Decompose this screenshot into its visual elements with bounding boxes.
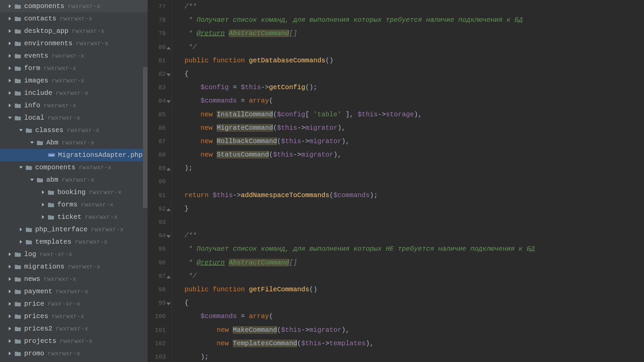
code-line[interactable]: new InstallCommand($config[ 'table' ], $… <box>184 108 644 121</box>
chevron-right-icon[interactable] <box>7 351 12 356</box>
chevron-right-icon[interactable] <box>7 289 12 294</box>
code-line[interactable]: { <box>184 67 644 81</box>
chevron-right-icon[interactable] <box>7 264 12 269</box>
code-line[interactable]: $config = $this->getConfig(); <box>184 81 644 94</box>
code-area[interactable]: /** * Получает список команд, для выполн… <box>172 0 644 362</box>
code-editor[interactable]: 7778798081828384858687888990919293949596… <box>148 0 644 362</box>
code-line[interactable]: * Получает список команд, для выполнения… <box>184 242 644 256</box>
chevron-down-icon[interactable] <box>18 128 23 133</box>
code-line[interactable]: $commands = array( <box>184 310 644 323</box>
tree-folder[interactable]: abmrwxrwxr-x <box>0 174 148 186</box>
tree-folder[interactable]: prices2rwxrwxr-x <box>0 322 148 335</box>
code-line[interactable]: /** <box>184 0 644 13</box>
fold-open-icon[interactable] <box>166 301 171 305</box>
tree-folder[interactable]: pricerwxr-xr-x <box>0 298 148 310</box>
tree-folder[interactable]: includerwxrwxr-x <box>0 87 148 99</box>
code-line[interactable]: return $this->addNamespaceToCommands($co… <box>184 189 644 202</box>
chevron-down-icon[interactable] <box>30 178 34 182</box>
code-line[interactable]: /** <box>184 229 644 242</box>
tree-folder[interactable]: componentsrwxrwxr-x <box>0 161 148 174</box>
tree-folder[interactable]: bookingrwxrwxr-x <box>0 186 148 198</box>
tree-folder[interactable]: inforwxrwxr-x <box>0 99 148 112</box>
code-line[interactable]: { <box>184 296 644 310</box>
code-line[interactable]: new MakeCommand($this->migrator), <box>184 323 644 337</box>
tree-folder[interactable]: formsrwxrwxr-x <box>0 198 148 211</box>
tree-folder[interactable]: paymentrwxrwxr-x <box>0 285 148 298</box>
code-line[interactable]: ); <box>184 162 644 175</box>
code-line[interactable]: new StatusCommand($this->migrator), <box>184 148 644 162</box>
chevron-right-icon[interactable] <box>7 41 12 46</box>
fold-open-icon[interactable] <box>166 72 171 76</box>
code-line[interactable]: new RollbackCommand($this->migrator), <box>184 135 644 148</box>
line-number: 83 <box>148 81 166 94</box>
chevron-right-icon[interactable] <box>7 66 12 71</box>
code-line[interactable]: $commands = array( <box>184 94 644 108</box>
tree-folder[interactable]: imagesrwxrwxr-x <box>0 74 148 87</box>
fold-close-icon[interactable] <box>166 274 171 279</box>
tree-folder[interactable]: projectsrwxrwxr-x <box>0 335 148 347</box>
code-line[interactable]: * Получает список команд, для выполнения… <box>184 13 644 27</box>
tree-folder[interactable]: formrwxrwxr-x <box>0 62 148 74</box>
chevron-right-icon[interactable] <box>7 54 12 58</box>
chevron-right-icon[interactable] <box>7 4 12 9</box>
code-line[interactable]: new TemplatesCommand($this->templates), <box>184 337 644 350</box>
chevron-right-icon[interactable] <box>41 190 45 195</box>
tree-folder[interactable]: logrwxr-xr-x <box>0 248 148 260</box>
code-line[interactable]: ); <box>184 350 644 362</box>
code-line[interactable] <box>184 175 644 188</box>
fold-open-icon[interactable] <box>166 234 171 238</box>
fold-close-icon[interactable] <box>166 207 171 211</box>
tree-folder[interactable]: migrationsrwxrwxr-x <box>0 260 148 273</box>
code-line[interactable]: * @return AbstractCommand[] <box>184 256 644 269</box>
chevron-right-icon[interactable] <box>7 29 12 34</box>
tree-folder[interactable]: php_interfacerwxrwxr-x <box>0 223 148 236</box>
chevron-right-icon[interactable] <box>7 78 12 83</box>
tree-file[interactable]: PHPMigrationsAdapter.php <box>0 149 148 161</box>
file-tree[interactable]: componentsrwxrwxr-xcontactsrwxrwxr-xdesk… <box>0 0 148 360</box>
code-line[interactable]: new MigrateCommand($this->migrator), <box>184 121 644 135</box>
tree-folder[interactable]: promorwxrwxr-x <box>0 347 148 360</box>
tree-folder[interactable]: templatesrwxrwxr-x <box>0 236 148 248</box>
fold-close-icon[interactable] <box>166 166 171 171</box>
chevron-right-icon[interactable] <box>7 252 12 257</box>
chevron-right-icon[interactable] <box>7 16 12 21</box>
tree-folder[interactable]: localrwxrwxr-x <box>0 112 148 124</box>
tree-folder[interactable]: Abmrwxrwxr-x <box>0 136 148 149</box>
code-line[interactable]: */ <box>184 41 644 54</box>
sidebar-scrollbar[interactable] <box>143 67 148 208</box>
tree-folder[interactable]: desktop_apprwxrwxr-x <box>0 25 148 37</box>
chevron-down-icon[interactable] <box>18 165 23 170</box>
tree-folder[interactable]: pricesrwxrwxr-x <box>0 310 148 322</box>
fold-column[interactable] <box>166 0 172 362</box>
chevron-down-icon[interactable] <box>7 116 12 120</box>
chevron-right-icon[interactable] <box>7 326 12 331</box>
project-tree-sidebar[interactable]: componentsrwxrwxr-xcontactsrwxrwxr-xdesk… <box>0 0 148 362</box>
chevron-right-icon[interactable] <box>7 314 12 319</box>
code-line[interactable]: */ <box>184 269 644 283</box>
chevron-right-icon[interactable] <box>7 302 12 306</box>
code-line[interactable]: * @return AbstractCommand[] <box>184 27 644 40</box>
chevron-right-icon[interactable] <box>41 202 45 207</box>
code-line[interactable]: public function getDatabaseCommands() <box>184 54 644 67</box>
code-line[interactable] <box>184 216 644 229</box>
chevron-right-icon[interactable] <box>7 339 12 344</box>
tree-folder[interactable]: componentsrwxrwxr-x <box>0 0 148 12</box>
chevron-right-icon[interactable] <box>18 240 23 244</box>
tree-folder[interactable]: eventsrwxrwxr-x <box>0 50 148 62</box>
tree-folder[interactable]: classesrwxrwxr-x <box>0 124 148 136</box>
fold-close-icon[interactable] <box>166 45 171 50</box>
code-line[interactable]: } <box>184 202 644 216</box>
fold-open-icon[interactable] <box>166 99 171 103</box>
chevron-right-icon[interactable] <box>18 227 23 232</box>
tree-folder[interactable]: environmentsrwxrwxr-x <box>0 37 148 50</box>
tree-folder[interactable]: newsrwxrwxr-x <box>0 273 148 285</box>
tree-folder[interactable]: contactsrwxrwxr-x <box>0 12 148 25</box>
code-line[interactable]: public function getFileCommands() <box>184 283 644 296</box>
chevron-right-icon[interactable] <box>7 277 12 282</box>
folder-icon <box>15 103 21 108</box>
tree-folder[interactable]: ticketrwxrwxr-x <box>0 211 148 223</box>
chevron-right-icon[interactable] <box>41 215 45 220</box>
chevron-right-icon[interactable] <box>7 103 12 108</box>
chevron-right-icon[interactable] <box>7 91 12 96</box>
chevron-down-icon[interactable] <box>30 140 34 145</box>
